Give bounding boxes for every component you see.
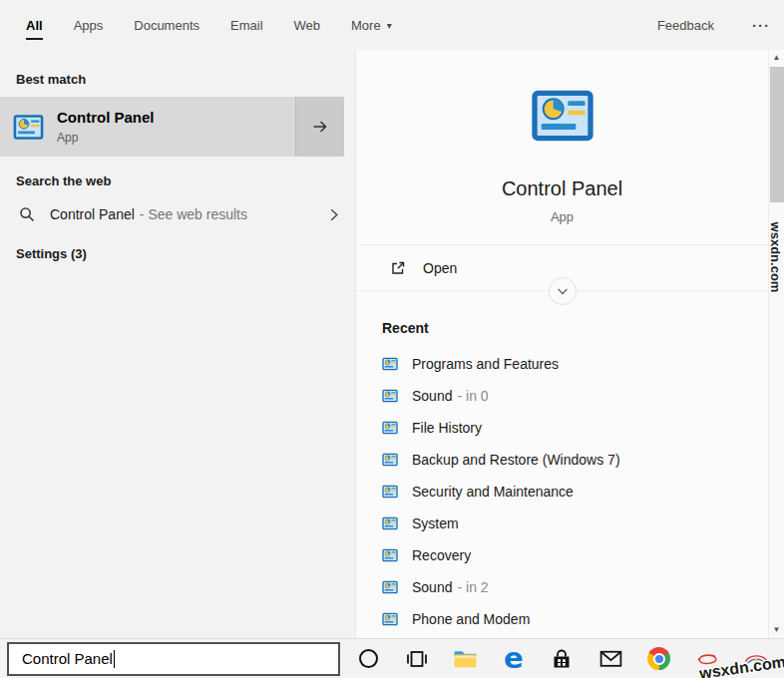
recent-item-phone-modem[interactable]: Phone and Modem <box>382 603 768 635</box>
recent-item-security-maintenance[interactable]: Security and Maintenance <box>382 476 768 508</box>
results-panel: Best match Control Panel App Search the … <box>0 50 355 638</box>
search-icon <box>19 206 35 222</box>
tab-web-label: Web <box>294 18 321 33</box>
control-panel-icon <box>382 420 398 436</box>
chrome-button[interactable] <box>646 646 672 672</box>
tab-apps-label: Apps <box>74 18 104 33</box>
file-explorer-button[interactable] <box>452 646 478 672</box>
preview-divider <box>356 290 768 306</box>
task-view-button[interactable] <box>404 646 430 672</box>
recent-section: Recent Programs and Features Sound - in … <box>356 306 768 635</box>
chevron-right-icon <box>326 207 341 222</box>
tab-web[interactable]: Web <box>294 0 321 50</box>
chrome-icon <box>647 647 670 670</box>
tab-documents[interactable]: Documents <box>134 0 199 50</box>
scribble-icon <box>694 646 720 672</box>
preview-title: Control Panel <box>356 177 768 200</box>
open-icon <box>390 260 406 276</box>
search-results-area: Best match Control Panel App Search the … <box>0 50 784 638</box>
control-panel-icon <box>13 112 44 143</box>
recent-item-label: Security and Maintenance <box>412 484 574 500</box>
control-panel-icon <box>382 356 398 372</box>
cortana-button[interactable] <box>355 646 381 672</box>
edge-button[interactable]: e <box>501 646 527 672</box>
recent-item-system[interactable]: System <box>382 508 768 539</box>
chevron-down-icon: ▾ <box>387 20 392 31</box>
scroll-up-button[interactable]: ▲ <box>769 50 784 66</box>
web-result-query: Control Panel <box>50 206 135 222</box>
show-more-actions-button[interactable] <box>549 277 577 305</box>
scribble-icon <box>743 646 769 672</box>
scrollbar-thumb[interactable] <box>770 67 784 202</box>
recent-item-label: System <box>412 515 459 531</box>
recent-item-suffix: - in 2 <box>457 579 488 595</box>
recent-item-label: Backup and Restore (Windows 7) <box>412 452 620 468</box>
recent-item-sound-2[interactable]: Sound - in 2 <box>382 571 768 603</box>
recent-list: Programs and Features Sound - in 0 File … <box>382 348 768 635</box>
store-bag-icon <box>550 647 574 671</box>
control-panel-icon <box>382 484 398 500</box>
search-input[interactable]: Control Panel <box>7 642 340 676</box>
tab-more-label: More <box>351 18 381 33</box>
watermark-scribble-right <box>743 646 769 672</box>
tab-more[interactable]: More ▾ <box>351 0 392 50</box>
recent-item-label: File History <box>412 420 482 436</box>
control-panel-icon-large <box>531 84 594 148</box>
tab-all[interactable]: All <box>26 0 43 50</box>
task-view-icon <box>405 647 429 671</box>
feedback-button[interactable]: Feedback <box>657 18 714 33</box>
expand-preview-button[interactable] <box>295 97 344 157</box>
recent-item-label: Sound <box>412 579 452 595</box>
control-panel-icon <box>382 547 398 563</box>
tab-apps[interactable]: Apps <box>74 0 104 50</box>
best-match-main[interactable]: Control Panel App <box>0 97 295 157</box>
search-input-value: Control Panel <box>22 650 113 667</box>
control-panel-icon <box>382 579 398 595</box>
recent-item-suffix: - in 0 <box>457 388 488 404</box>
recent-item-label: Recovery <box>412 547 471 563</box>
recent-item-label: Phone and Modem <box>412 611 530 627</box>
recent-item-label: Programs and Features <box>412 356 559 372</box>
tab-documents-label: Documents <box>134 18 199 33</box>
mail-button[interactable] <box>597 646 623 672</box>
best-match-header: Best match <box>0 50 355 87</box>
arrow-right-icon <box>312 119 328 135</box>
watermark-scribble-left <box>694 646 720 672</box>
best-match-result[interactable]: Control Panel App <box>0 97 344 157</box>
cortana-icon <box>359 649 378 668</box>
recent-item-recovery[interactable]: Recovery <box>382 539 768 571</box>
recent-item-backup-restore[interactable]: Backup and Restore (Windows 7) <box>382 444 768 476</box>
control-panel-icon <box>382 611 398 627</box>
tab-email[interactable]: Email <box>230 0 263 50</box>
text-caret <box>114 650 115 668</box>
web-search-result[interactable]: Control Panel - See web results <box>0 196 355 232</box>
taskbar: Control Panel e <box>0 638 784 678</box>
search-web-header: Search the web <box>0 157 355 188</box>
preview-subtitle: App <box>356 209 768 224</box>
recent-item-label: Sound <box>412 388 452 404</box>
chevron-down-icon <box>556 284 570 298</box>
recent-item-sound-0[interactable]: Sound - in 0 <box>382 380 768 412</box>
recent-item-programs-and-features[interactable]: Programs and Features <box>382 348 768 380</box>
scroll-down-button[interactable]: ▼ <box>769 622 784 638</box>
overflow-menu-button[interactable]: ··· <box>752 17 770 34</box>
best-match-title: Control Panel <box>57 109 155 128</box>
web-result-hint: - See web results <box>140 206 247 222</box>
edge-icon: e <box>504 644 524 673</box>
best-match-subtitle: App <box>57 131 155 145</box>
folder-icon <box>453 646 478 671</box>
mail-envelope-icon <box>598 646 623 671</box>
settings-section-header: Settings (3) <box>0 232 355 261</box>
recent-header: Recent <box>382 320 768 336</box>
store-button[interactable] <box>549 646 575 672</box>
taskbar-icons: e <box>340 639 784 678</box>
preview-panel: Control Panel App Open Recent Programs a… <box>355 50 768 638</box>
tab-email-label: Email <box>230 18 263 33</box>
open-label: Open <box>423 260 457 276</box>
control-panel-icon <box>382 388 398 404</box>
control-panel-icon <box>382 515 398 531</box>
scrollbar[interactable]: ▲ ▼ <box>768 50 784 638</box>
start-search-window: All Apps Documents Email Web More ▾ Feed… <box>0 0 784 678</box>
tab-all-label: All <box>26 18 43 33</box>
recent-item-file-history[interactable]: File History <box>382 412 768 444</box>
